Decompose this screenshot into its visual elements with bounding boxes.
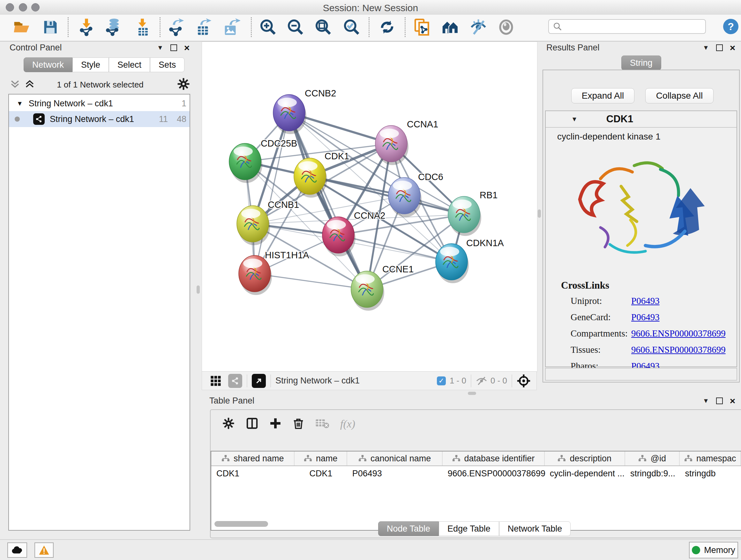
table-cell: 9606.ENSP00000378699 — [443, 466, 545, 480]
network-selection-status: 1 of 1 Network selected — [43, 80, 158, 90]
crosslink-link[interactable]: P06493 — [631, 312, 660, 322]
column-header-label: database identifier — [464, 454, 535, 463]
zoom-selected-button[interactable] — [341, 17, 362, 38]
detach-view-button[interactable] — [252, 374, 266, 388]
delete-column-button[interactable] — [292, 417, 305, 431]
network-node-rb1[interactable]: RB1 — [448, 190, 497, 236]
table-options-button[interactable] — [222, 417, 235, 431]
delete-table-button[interactable] — [315, 418, 329, 430]
warnings-button[interactable] — [35, 543, 54, 558]
collapse-all-networks-button[interactable] — [10, 79, 20, 90]
network-row[interactable]: String Network – cdk1 11 48 — [9, 111, 190, 127]
tab-select[interactable]: Select — [109, 57, 150, 72]
hide-selected-button[interactable] — [468, 17, 489, 38]
panel-menu-icon[interactable]: ▼ — [703, 44, 709, 51]
network-canvas[interactable]: CCNB2CCNA1CDC25BCDK1CDC6RB1CCNB1CCNA2CDK… — [202, 42, 537, 372]
tab-node-table[interactable]: Node Table — [378, 521, 439, 536]
open-session-button[interactable] — [11, 17, 32, 38]
column-header-shared-name[interactable]: shared name — [211, 451, 294, 465]
tab-edge-table[interactable]: Edge Table — [439, 521, 499, 536]
column-header-namespac[interactable]: namespac — [680, 451, 741, 465]
zoom-fit-button[interactable] — [313, 17, 334, 38]
bottom-splitter-handle[interactable] — [468, 392, 476, 395]
crosslink-link[interactable]: 9606.ENSP00000378699 — [631, 345, 726, 355]
table-cell: CDK1 — [211, 466, 294, 480]
show-grid-button[interactable] — [210, 375, 221, 386]
expand-all-networks-button[interactable] — [24, 79, 35, 90]
export-image-button[interactable] — [220, 17, 242, 38]
import-table-button[interactable] — [132, 17, 153, 38]
network-node-cdk1[interactable]: CDK1 — [294, 151, 349, 198]
node-label: CCNB2 — [305, 88, 336, 98]
attribute-type-icon — [221, 455, 230, 462]
birdseye-toggle-button[interactable] — [517, 374, 531, 388]
column-header-description[interactable]: description — [545, 451, 625, 465]
column-header-@id[interactable]: @id — [625, 451, 680, 465]
search-input[interactable] — [548, 19, 706, 34]
network-node-cdc6[interactable]: CDC6 — [388, 172, 443, 217]
network-graph[interactable]: CCNB2CCNA1CDC25BCDK1CDC6RB1CCNB1CCNA2CDK… — [202, 42, 537, 372]
columns-icon — [246, 417, 259, 430]
float-panel-icon[interactable] — [716, 397, 723, 404]
left-splitter-handle[interactable] — [197, 286, 200, 294]
network-node-ccne1[interactable]: CCNE1 — [351, 264, 414, 311]
panel-menu-icon[interactable]: ▼ — [703, 397, 709, 405]
crosslink-row: Compartments:9606.ENSP00000378699 — [570, 328, 730, 339]
show-all-button[interactable] — [495, 17, 517, 38]
float-panel-icon[interactable] — [716, 44, 723, 51]
close-panel-icon[interactable]: × — [184, 45, 190, 51]
network-options-button[interactable] — [177, 77, 190, 92]
collapse-all-button[interactable]: Collapse All — [645, 88, 714, 104]
close-panel-icon[interactable]: × — [730, 398, 736, 403]
save-session-button[interactable] — [40, 17, 61, 38]
result-entry-header[interactable]: ▼ CDK1 — [546, 111, 737, 128]
tab-sets[interactable]: Sets — [150, 57, 185, 72]
column-header-canonical-name[interactable]: canonical name — [347, 451, 443, 465]
network-edge[interactable] — [255, 113, 289, 273]
table-row[interactable]: CDK1CDK1P064939606.ENSP00000378699cyclin… — [211, 466, 741, 480]
export-network-button[interactable] — [165, 17, 186, 38]
horizontal-scrollbar-thumb[interactable] — [214, 521, 268, 527]
crosshair-icon — [517, 374, 531, 388]
crosslink-link[interactable]: P06493 — [631, 296, 660, 306]
hidden-counts: 0 - 0 — [490, 376, 507, 386]
column-header-database-identifier[interactable]: database identifier — [443, 451, 544, 465]
selected-indicator-checkbox[interactable]: ✓ — [437, 376, 446, 385]
crosslink-label: Uniprot: — [570, 296, 631, 306]
panel-menu-icon[interactable]: ▼ — [157, 44, 163, 51]
apply-layout-button[interactable] — [377, 17, 398, 38]
zoom-out-button[interactable] — [285, 17, 306, 38]
export-table-button[interactable] — [193, 17, 214, 38]
close-panel-icon[interactable]: × — [730, 45, 736, 51]
tree-collapse-icon[interactable]: ▼ — [17, 100, 23, 107]
help-button[interactable]: ? — [723, 19, 738, 34]
network-node-cdkn1a[interactable]: CDKN1A — [435, 238, 504, 283]
network-edge[interactable] — [289, 113, 367, 289]
network-node-hist1h1a[interactable]: HIST1H1A — [239, 250, 309, 295]
float-panel-icon[interactable] — [171, 44, 177, 51]
import-network-database-button[interactable] — [103, 17, 124, 38]
home-networks-button[interactable] — [440, 17, 461, 38]
show-columns-button[interactable] — [246, 417, 259, 431]
network-from-selection-button[interactable] — [412, 17, 433, 38]
network-collection-row[interactable]: ▼ String Network – cdk1 1 — [9, 95, 190, 111]
warning-icon — [39, 545, 50, 555]
crosslink-label: Compartments: — [570, 328, 631, 339]
expand-all-button[interactable]: Expand All — [571, 88, 634, 104]
string-view-button[interactable] — [228, 374, 242, 388]
import-network-file-button[interactable] — [76, 17, 97, 38]
column-header-name[interactable]: name — [294, 451, 347, 465]
cloud-status-button[interactable] — [7, 543, 27, 558]
collapse-entry-icon[interactable]: ▼ — [571, 116, 578, 123]
function-builder-button[interactable]: f(x) — [340, 418, 355, 430]
column-header-label: description — [569, 454, 611, 463]
memory-button[interactable]: Memory — [689, 542, 738, 558]
tab-string[interactable]: String — [621, 56, 661, 70]
eye-slash-icon — [469, 18, 488, 37]
crosslink-link[interactable]: 9606.ENSP00000378699 — [631, 328, 726, 339]
add-column-button[interactable] — [269, 417, 281, 431]
tab-network-table[interactable]: Network Table — [499, 521, 571, 536]
tab-network[interactable]: Network — [23, 57, 72, 72]
zoom-in-button[interactable] — [258, 17, 279, 38]
tab-style[interactable]: Style — [72, 57, 109, 72]
